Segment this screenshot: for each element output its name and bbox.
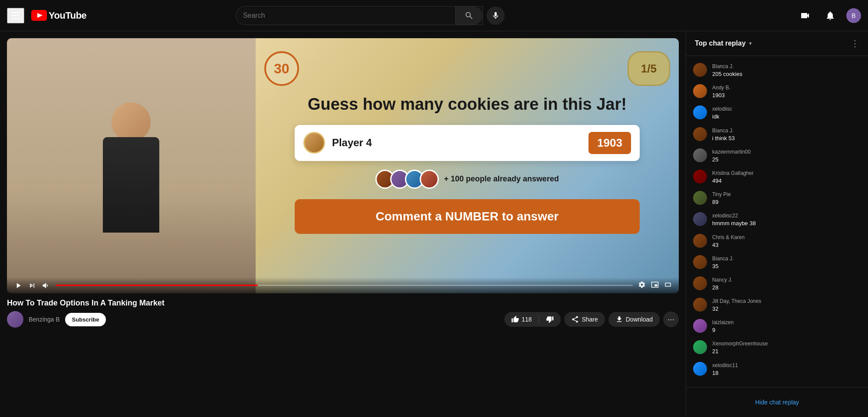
question-text: Guess how many cookies are in this Jar! bbox=[308, 95, 627, 115]
notifications-button[interactable] bbox=[821, 7, 839, 25]
chat-text: 28 bbox=[712, 284, 861, 292]
chat-message-content: Bianca J. 35 bbox=[712, 254, 861, 270]
chat-user-avatar bbox=[693, 298, 707, 312]
chat-message[interactable]: Andy B. 1903 bbox=[686, 81, 868, 102]
chat-text: 205 cookies bbox=[712, 70, 861, 78]
main-layout: 30 1/5 Guess how many cookies are in thi… bbox=[0, 31, 868, 417]
settings-button[interactable] bbox=[638, 281, 646, 290]
video-meta-row: Benzinga B Subscribe 118 bbox=[7, 311, 679, 328]
chat-header: Top chat replay ▾ ⋮ bbox=[686, 31, 868, 56]
chat-message[interactable]: Kristina Gallagher 494 bbox=[686, 166, 868, 187]
chat-messages[interactable]: Blanca J. 205 cookies Andy B. 1903 xelod… bbox=[686, 56, 868, 387]
chat-message[interactable]: laizlaizen 9 bbox=[686, 315, 868, 337]
chat-text: idk bbox=[712, 113, 861, 121]
chat-username: laizlaizen bbox=[712, 319, 733, 325]
theater-button[interactable] bbox=[664, 281, 672, 290]
chat-text: i think 53 bbox=[712, 135, 861, 142]
chat-message-content: Andy B. 1903 bbox=[712, 83, 861, 99]
chat-dropdown-icon[interactable]: ▾ bbox=[749, 40, 752, 46]
video-controls bbox=[7, 277, 679, 293]
play-icon bbox=[14, 281, 23, 290]
cta-button[interactable]: Comment a NUMBER to answer bbox=[295, 199, 640, 234]
hide-chat-button[interactable]: Hide chat replay bbox=[746, 394, 808, 410]
chat-message[interactable]: Jill Day, Theca Jones 32 bbox=[686, 294, 868, 315]
chat-more-button[interactable]: ⋮ bbox=[851, 38, 859, 49]
menu-button[interactable] bbox=[7, 8, 24, 23]
search-input[interactable] bbox=[236, 7, 455, 25]
header-right: B bbox=[796, 7, 861, 25]
chat-user-avatar bbox=[693, 212, 707, 226]
participants-row: + 100 people already answered bbox=[375, 170, 559, 189]
video-section: 30 1/5 Guess how many cookies are in thi… bbox=[0, 31, 686, 417]
chat-username: Chris & Karen bbox=[712, 234, 745, 240]
chat-message[interactable]: kazeemmartin00 25 bbox=[686, 145, 868, 166]
volume-button[interactable] bbox=[42, 281, 50, 290]
chat-text: 25 bbox=[712, 156, 861, 164]
video-left-panel bbox=[7, 38, 256, 293]
progress-fill bbox=[56, 285, 258, 286]
chat-text: 21 bbox=[712, 348, 861, 355]
next-button[interactable] bbox=[28, 281, 36, 290]
chat-user-avatar bbox=[693, 170, 707, 184]
chat-message[interactable]: XenomorphGreenhouse 21 bbox=[686, 337, 868, 358]
chat-username: Nancy J. bbox=[712, 277, 733, 283]
chat-message[interactable]: Blanca J. 205 cookies bbox=[686, 59, 868, 81]
chat-header-title: Top chat replay bbox=[695, 39, 746, 47]
chat-username: xelodiisc11 bbox=[712, 362, 738, 368]
chat-message[interactable]: xelodiisc idk bbox=[686, 102, 868, 123]
search-icon bbox=[464, 11, 474, 20]
chat-user-avatar bbox=[693, 362, 707, 376]
chat-message[interactable]: Nancy J. 28 bbox=[686, 273, 868, 294]
share-button[interactable]: Share bbox=[564, 312, 605, 327]
chat-message[interactable]: Bianca J. i think 53 bbox=[686, 124, 868, 145]
channel-name: Benzinga B bbox=[29, 316, 60, 323]
chat-message[interactable]: Bianca J. 35 bbox=[686, 252, 868, 273]
create-button[interactable] bbox=[796, 7, 814, 25]
header-left: YouTube bbox=[7, 8, 86, 23]
chat-user-avatar bbox=[693, 255, 707, 269]
bell-icon bbox=[825, 10, 835, 21]
play-button[interactable] bbox=[14, 281, 23, 290]
player-card-left: Player 4 bbox=[303, 132, 372, 154]
player-card: Player 4 1903 bbox=[295, 125, 640, 161]
search-button[interactable] bbox=[455, 7, 483, 25]
participant-avatars bbox=[375, 170, 439, 189]
chat-message-content: Kristina Gallagher 494 bbox=[712, 169, 861, 185]
chat-user-avatar bbox=[693, 84, 707, 98]
chat-message[interactable]: Tiny Pie 89 bbox=[686, 187, 868, 209]
download-button[interactable]: Download bbox=[608, 312, 660, 327]
chat-text: hmmm maybe 38 bbox=[712, 220, 861, 227]
miniplayer-button[interactable] bbox=[651, 281, 659, 290]
chat-user-avatar bbox=[693, 234, 707, 248]
chat-user-avatar bbox=[693, 148, 707, 162]
video-right-panel: 30 1/5 Guess how many cookies are in thi… bbox=[256, 38, 679, 293]
thumbs-down-icon bbox=[546, 315, 554, 323]
miniplayer-icon bbox=[651, 281, 659, 289]
youtube-logo[interactable]: YouTube bbox=[31, 10, 86, 21]
like-button[interactable]: 118 bbox=[504, 312, 539, 327]
mic-button[interactable] bbox=[487, 7, 505, 25]
chat-text: 494 bbox=[712, 177, 861, 185]
user-avatar[interactable]: B bbox=[846, 8, 861, 23]
video-player[interactable]: 30 1/5 Guess how many cookies are in thi… bbox=[7, 38, 679, 293]
dislike-button[interactable] bbox=[539, 312, 561, 327]
more-options-button[interactable]: ⋯ bbox=[663, 312, 679, 327]
thumbs-up-icon bbox=[511, 315, 519, 323]
chat-user-avatar bbox=[693, 340, 707, 354]
skip-next-icon bbox=[28, 281, 36, 290]
chat-username: kazeemmartin00 bbox=[712, 149, 751, 155]
subscribe-button[interactable]: Subscribe bbox=[65, 313, 106, 326]
like-count: 118 bbox=[522, 316, 532, 323]
progress-badge: 1/5 bbox=[628, 51, 670, 86]
share-label: Share bbox=[582, 316, 598, 323]
chat-username: Blanca J. bbox=[712, 63, 733, 69]
chat-message-content: Chris & Karen 43 bbox=[712, 233, 861, 249]
progress-bar[interactable] bbox=[56, 285, 633, 286]
chat-message[interactable]: xelodiisc11 18 bbox=[686, 358, 868, 380]
create-icon bbox=[800, 10, 810, 21]
chat-message-content: Bianca J. i think 53 bbox=[712, 126, 861, 142]
chat-message[interactable]: xelodiisc22 hmmm maybe 38 bbox=[686, 209, 868, 230]
player-avatar bbox=[303, 132, 325, 154]
share-icon bbox=[571, 315, 579, 323]
chat-message[interactable]: Chris & Karen 43 bbox=[686, 230, 868, 252]
